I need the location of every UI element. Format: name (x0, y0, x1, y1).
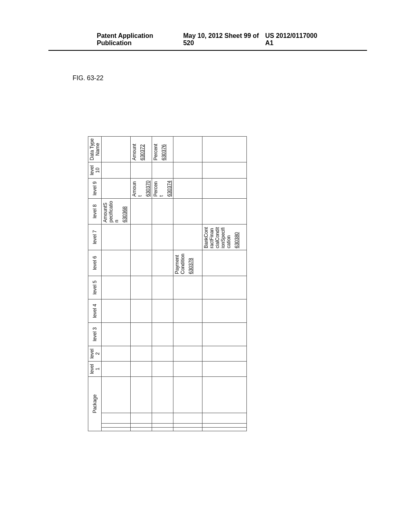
col-level-7: level 7 (88, 224, 102, 250)
page-header: Patent Application Publication May 10, 2… (48, 32, 367, 51)
cell-amount-specification: AmountSpecification 630368 (102, 199, 131, 224)
cell-amount-dtn: Amount 630372 (131, 137, 152, 162)
table-row: AmountSpecification 630368 (102, 137, 131, 431)
reference-number: 630370 (145, 180, 151, 197)
cell-text: BankContractFinancialConditionSpecificat… (203, 226, 232, 248)
cell-text: AmountSpecification (102, 200, 119, 222)
col-level-2: level 2 (88, 346, 102, 362)
col-level-5: level 5 (88, 276, 102, 299)
reference-number: 630372 (140, 138, 145, 160)
cell-bank-contract-financial-condition-spec: BankContractFinancialConditionSpecificat… (202, 224, 247, 250)
cell-text: Percent (153, 138, 159, 160)
table-row: BankContractFinancialConditionSpecificat… (202, 137, 247, 431)
cell-text: Amount (131, 138, 137, 160)
cell-amount-l9: Amount 630370 (131, 179, 152, 199)
col-level-6: level 6 (88, 250, 102, 276)
cell-percent-l9: Percent 630374 (152, 179, 173, 199)
cell-text: Percent (153, 180, 164, 197)
col-data-type-name: Data Type Name (88, 137, 102, 162)
col-level-3: level 3 (88, 323, 102, 346)
col-level-10: level 10 (88, 162, 102, 179)
header-left: Patent Application Publication (97, 32, 183, 47)
header-center: May 10, 2012 Sheet 99 of 520 (183, 32, 265, 47)
header-right: US 2012/0117000 A1 (265, 32, 323, 47)
reference-number: 630376 (161, 138, 167, 160)
col-package: Package (88, 377, 102, 431)
figure-table: Package level 1 level 2 level 3 level 4 … (88, 136, 247, 431)
reference-number: 630380 (234, 226, 240, 248)
reference-number: 630378 (188, 252, 194, 274)
table-row: Amount 630370 Amount 630372 (131, 137, 152, 431)
col-level-4: level 4 (88, 299, 102, 323)
table-header-row: Package level 1 level 2 level 3 level 4 … (88, 137, 102, 431)
figure-label: FIG. 63-22 (73, 75, 103, 82)
col-level-9: level 9 (88, 179, 102, 199)
cell-text: Amount (131, 180, 143, 197)
cell-text: PaymentCondition (174, 252, 186, 274)
cell-percent-dtn: Percent 630376 (152, 137, 173, 162)
reference-number: 630374 (167, 180, 172, 197)
figure-table-wrap: Package level 1 level 2 level 3 level 4 … (88, 136, 247, 431)
table-row: Percent 630374 Percent 630376 (152, 137, 173, 431)
table-row: PaymentCondition 630378 (173, 137, 202, 431)
cell-payment-condition: PaymentCondition 630378 (173, 250, 202, 276)
col-level-1: level 1 (88, 362, 102, 377)
col-level-8: level 8 (88, 199, 102, 224)
reference-number: 630368 (122, 200, 127, 222)
